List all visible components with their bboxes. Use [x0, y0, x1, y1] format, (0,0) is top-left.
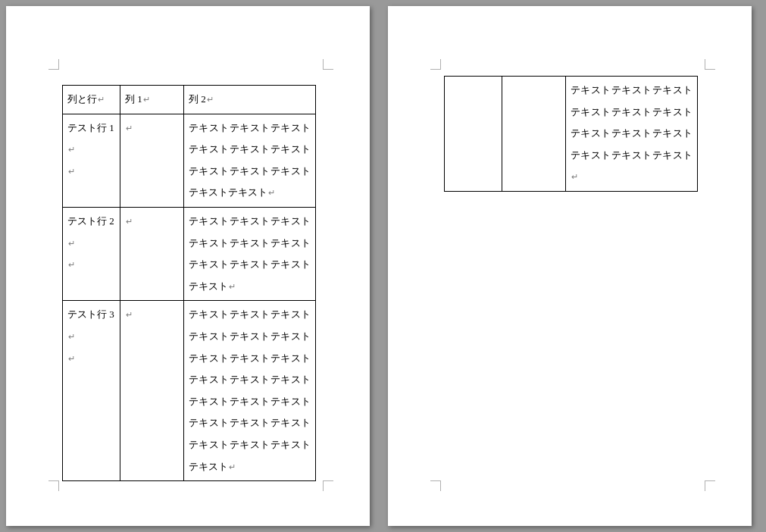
paragraph-mark-icon: ↵	[126, 217, 133, 226]
header-text-0: 列と行	[67, 93, 97, 105]
paragraph-mark-icon: ↵	[68, 260, 75, 269]
cell-text: テキストテキストテキストテキストテキストテキストテキストテキストテキストテキスト…	[571, 84, 693, 161]
cell-text: テキストテキストテキストテキストテキストテキストテキストテキストテキストテキスト…	[189, 308, 311, 471]
table-row[interactable]: テスト行 3↵ ↵ ↵ テキストテキストテキストテキストテキストテキストテキスト…	[63, 301, 316, 481]
row-label: テスト行 2	[67, 215, 114, 227]
table-row[interactable]: テスト行 2↵ ↵ ↵ テキストテキストテキストテキストテキストテキストテキスト…	[63, 207, 316, 300]
table-header-row[interactable]: 列と行↵ 列 1↵ 列 2↵	[63, 86, 316, 114]
paragraph-mark-icon: ↵	[207, 95, 214, 104]
document-page-1: 列と行↵ 列 1↵ 列 2↵ テスト行 1↵ ↵ ↵ テキストテキストテキストテ…	[6, 6, 370, 526]
margin-corner-tl	[430, 59, 441, 70]
header-cell-1[interactable]: 列 1↵	[120, 86, 184, 114]
margin-corner-tr	[323, 59, 333, 70]
margin-corner-bl	[48, 480, 59, 491]
margin-corner-br	[323, 480, 333, 491]
row0-cell-label[interactable]: テスト行 1↵ ↵	[63, 114, 120, 207]
paragraph-mark-icon: ↵	[68, 167, 75, 176]
table-row[interactable]: テキストテキストテキストテキストテキストテキストテキストテキストテキストテキスト…	[445, 77, 698, 192]
row1-cell-col1[interactable]: ↵	[120, 207, 184, 300]
cell-text: テキストテキストテキストテキストテキストテキストテキストテキストテキストテキスト	[189, 215, 311, 292]
paragraph-mark-icon: ↵	[68, 239, 75, 248]
paragraph-mark-icon: ↵	[268, 188, 275, 197]
row-label: テスト行 1	[67, 122, 114, 133]
margin-corner-br	[705, 480, 715, 491]
paragraph-mark-icon: ↵	[229, 282, 236, 291]
header-text-1: 列 1	[125, 93, 142, 105]
row2-cell-col2[interactable]: テキストテキストテキストテキストテキストテキストテキストテキストテキストテキスト…	[184, 301, 316, 481]
row1-cell-label[interactable]: テスト行 2↵ ↵	[63, 207, 120, 300]
paragraph-mark-icon: ↵	[68, 354, 75, 363]
paragraph-mark-icon: ↵	[68, 145, 75, 154]
p2-row0-cell-1[interactable]	[502, 77, 566, 192]
paragraph-mark-icon: ↵	[98, 95, 105, 104]
margin-corner-tl	[48, 59, 59, 70]
row1-cell-col2[interactable]: テキストテキストテキストテキストテキストテキストテキストテキストテキストテキスト…	[184, 207, 316, 300]
row0-cell-col2[interactable]: テキストテキストテキストテキストテキストテキストテキストテキストテキストテキスト…	[184, 114, 316, 207]
header-cell-0[interactable]: 列と行↵	[63, 86, 120, 114]
margin-corner-bl	[430, 480, 441, 491]
table-row[interactable]: テスト行 1↵ ↵ ↵ テキストテキストテキストテキストテキストテキストテキスト…	[63, 114, 316, 207]
row-label: テスト行 3	[67, 308, 114, 320]
margin-corner-tr	[705, 59, 715, 70]
row2-cell-label[interactable]: テスト行 3↵ ↵	[63, 301, 120, 481]
p2-row0-cell-0[interactable]	[445, 77, 502, 192]
paragraph-mark-icon: ↵	[126, 310, 133, 319]
document-page-2: テキストテキストテキストテキストテキストテキストテキストテキストテキストテキスト…	[388, 6, 752, 526]
paragraph-mark-icon: ↵	[126, 124, 133, 133]
document-table-2[interactable]: テキストテキストテキストテキストテキストテキストテキストテキストテキストテキスト…	[444, 76, 698, 192]
row0-cell-col1[interactable]: ↵	[120, 114, 184, 207]
header-text-2: 列 2	[189, 93, 206, 105]
cell-text: テキストテキストテキストテキストテキストテキストテキストテキストテキストテキスト…	[189, 122, 311, 199]
paragraph-mark-icon: ↵	[68, 332, 75, 341]
paragraph-mark-icon: ↵	[143, 95, 150, 104]
paragraph-mark-icon: ↵	[229, 462, 236, 471]
row2-cell-col1[interactable]: ↵	[120, 301, 184, 481]
document-table-1[interactable]: 列と行↵ 列 1↵ 列 2↵ テスト行 1↵ ↵ ↵ テキストテキストテキストテ…	[62, 85, 316, 481]
p2-row0-cell-2[interactable]: テキストテキストテキストテキストテキストテキストテキストテキストテキストテキスト…	[566, 77, 698, 192]
paragraph-mark-icon: ↵	[571, 172, 578, 181]
header-cell-2[interactable]: 列 2↵	[184, 86, 316, 114]
